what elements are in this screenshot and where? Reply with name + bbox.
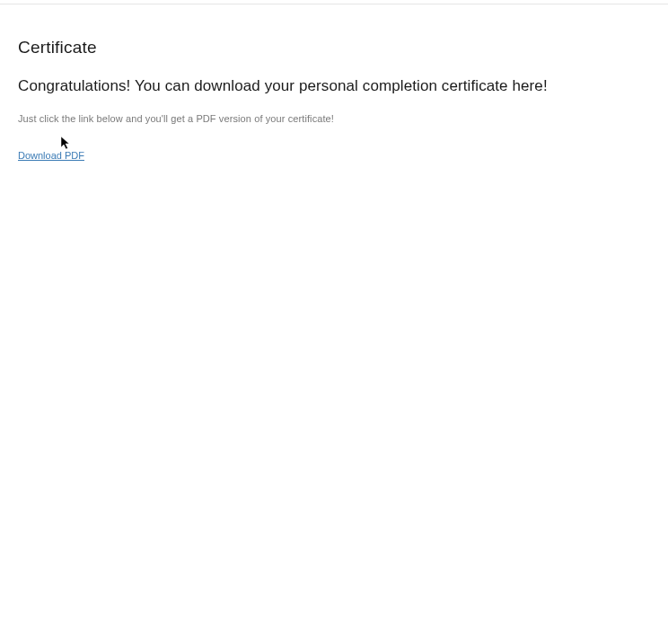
top-divider xyxy=(0,4,668,4)
page-title: Certificate xyxy=(18,38,650,57)
main-content: Certificate Congratulations! You can dow… xyxy=(0,0,668,181)
page-subtitle: Congratulations! You can download your p… xyxy=(18,77,650,95)
page-description: Just click the link below and you'll get… xyxy=(18,113,650,124)
download-pdf-link[interactable]: Download PDF xyxy=(18,150,84,161)
